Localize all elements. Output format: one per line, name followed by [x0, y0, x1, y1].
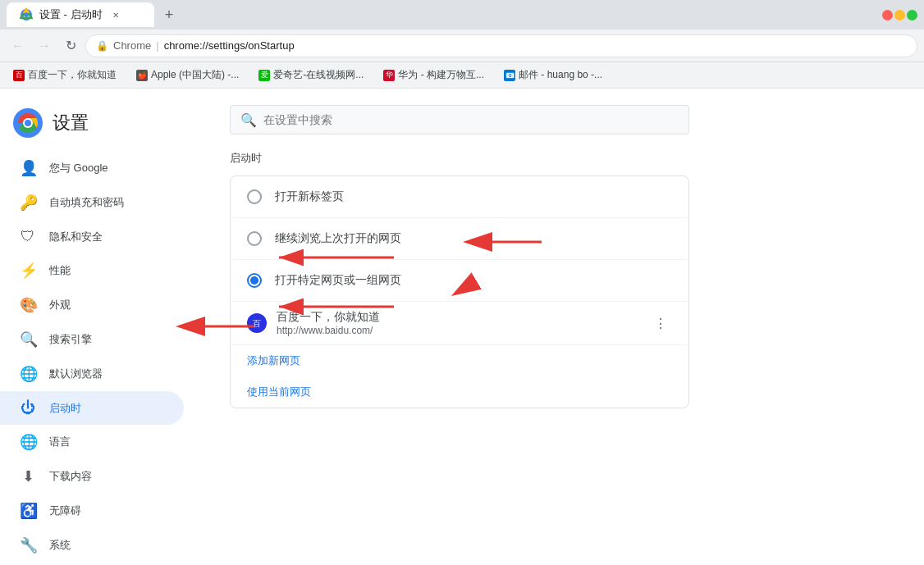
bookmark-huawei[interactable]: 华 华为 - 构建万物互... — [377, 66, 491, 84]
svg-text:百: 百 — [253, 319, 261, 328]
startup-icon: ⏻ — [20, 399, 36, 417]
google-icon: 👤 — [20, 159, 36, 177]
option-label-continue: 继续浏览上次打开的网页 — [275, 231, 672, 246]
privacy-icon: 🛡 — [20, 228, 36, 245]
more-options-button[interactable]: ⋮ — [649, 312, 672, 335]
nav-bar: ← → ↻ 🔒 Chrome | chrome://settings/onSta… — [0, 30, 924, 62]
search-bar-container: 🔍 — [230, 105, 891, 134]
window-maximize-button[interactable] — [907, 10, 917, 21]
default-browser-icon: 🌐 — [20, 365, 36, 383]
appearance-icon: 🎨 — [20, 296, 36, 314]
search-input[interactable] — [263, 113, 679, 126]
language-icon: 🌐 — [20, 433, 36, 451]
sidebar-label-performance: 性能 — [49, 263, 71, 278]
tab-close-button[interactable]: ✕ — [109, 8, 122, 21]
baidu-page-url: http://www.baidu.com/ — [277, 325, 639, 336]
downloads-icon: ⬇ — [20, 467, 36, 485]
radio-new-tab[interactable] — [247, 189, 262, 204]
bookmark-iqiyi[interactable]: 爱 爱奇艺-在线视频网... — [252, 66, 370, 84]
refresh-button[interactable]: ↻ — [59, 34, 82, 57]
window-minimize-button[interactable] — [894, 10, 905, 21]
section-title: 启动时 — [230, 151, 891, 166]
chrome-logo-icon — [13, 108, 43, 138]
window-controls — [882, 10, 917, 21]
sidebar-label-startup: 启动时 — [49, 401, 81, 416]
bookmark-label-apple: Apple (中国大陆) -... — [151, 68, 239, 82]
sidebar-item-default-browser[interactable]: 🌐 默认浏览器 — [0, 357, 184, 391]
sidebar-label-privacy: 隐私和安全 — [49, 230, 103, 244]
settings-card: 打开新标签页 继续浏览上次打开的网页 打开特定网页或一组网页 — [230, 175, 689, 408]
bookmark-label-mail: 邮件 - huang bo -... — [519, 68, 602, 82]
browser-frame: 设置 - 启动时 ✕ + ← → ↻ 🔒 Chrome | chrome://s… — [0, 0, 924, 565]
autofill-icon: 🔑 — [20, 194, 36, 212]
search-bar[interactable]: 🔍 — [230, 105, 689, 134]
option-label-new-tab: 打开新标签页 — [275, 189, 672, 204]
radio-continue[interactable] — [247, 231, 262, 246]
radio-specific[interactable] — [247, 273, 262, 288]
sidebar-label-accessibility: 无障碍 — [49, 503, 81, 518]
add-page-link[interactable]: 添加新网页 — [231, 345, 688, 376]
sidebar-label-downloads: 下载内容 — [49, 469, 92, 484]
performance-icon: ⚡ — [20, 262, 36, 280]
main-content: 设置 👤 您与 Google 🔑 自动填充和密码 🛡 隐私和安全 ⚡ 性能 🎨 … — [0, 89, 924, 565]
sidebar-item-google[interactable]: 👤 您与 Google — [0, 151, 184, 185]
sidebar-item-downloads[interactable]: ⬇ 下载内容 — [0, 459, 184, 494]
sidebar-label-default-browser: 默认浏览器 — [49, 367, 103, 381]
bookmark-favicon-baidu: 百 — [13, 70, 25, 81]
sidebar-label-autofill: 自动填充和密码 — [49, 195, 124, 210]
active-tab[interactable]: 设置 - 启动时 ✕ — [7, 2, 154, 27]
settings-title: 设置 — [53, 111, 89, 135]
window-close-button[interactable] — [882, 10, 893, 21]
baidu-favicon-icon: 百 — [247, 313, 267, 333]
search-icon: 🔍 — [240, 112, 257, 128]
radio-inner-specific — [250, 276, 258, 285]
address-bar[interactable]: 🔒 Chrome | chrome://settings/onStartup — [85, 34, 917, 57]
bookmark-label-iqiyi: 爱奇艺-在线视频网... — [273, 68, 364, 82]
security-icon: 🔒 — [96, 40, 108, 52]
baidu-entry: 百 百度一下，你就知道 http://www.baidu.com/ ⋮ — [231, 302, 688, 345]
tab-title: 设置 - 启动时 — [39, 7, 103, 22]
baidu-info: 百度一下，你就知道 http://www.baidu.com/ — [277, 310, 639, 336]
accessibility-icon: ♿ — [20, 502, 36, 520]
sidebar-item-autofill[interactable]: 🔑 自动填充和密码 — [0, 185, 184, 220]
system-icon: 🔧 — [20, 536, 36, 554]
content-wrapper: 打开新标签页 继续浏览上次打开的网页 打开特定网页或一组网页 — [230, 175, 891, 408]
sidebar-item-language[interactable]: 🌐 语言 — [0, 425, 184, 459]
back-button[interactable]: ← — [7, 34, 30, 57]
sidebar-header: 设置 — [0, 102, 197, 151]
sidebar-item-performance[interactable]: ⚡ 性能 — [0, 253, 184, 288]
option-specific[interactable]: 打开特定网页或一组网页 — [231, 260, 688, 302]
sidebar-label-language: 语言 — [49, 435, 71, 449]
bookmark-label-baidu: 百度一下，你就知道 — [28, 68, 117, 82]
bookmark-label-huawei: 华为 - 构建万物互... — [398, 68, 484, 82]
sidebar-item-startup[interactable]: ⏻ 启动时 — [0, 391, 184, 425]
option-new-tab[interactable]: 打开新标签页 — [231, 176, 688, 218]
forward-button[interactable]: → — [33, 34, 56, 57]
bookmark-baidu[interactable]: 百 百度一下，你就知道 — [7, 66, 123, 84]
sidebar-label-google: 您与 Google — [49, 161, 108, 175]
option-label-specific: 打开特定网页或一组网页 — [275, 273, 672, 288]
sidebar-item-accessibility[interactable]: ♿ 无障碍 — [0, 494, 184, 528]
bookmark-favicon-huawei: 华 — [383, 70, 395, 81]
title-bar: 设置 - 启动时 ✕ + — [0, 0, 924, 30]
svg-point-5 — [25, 120, 31, 126]
sidebar: 设置 👤 您与 Google 🔑 自动填充和密码 🛡 隐私和安全 ⚡ 性能 🎨 … — [0, 89, 197, 565]
new-tab-button[interactable]: + — [158, 3, 181, 26]
bookmark-mail[interactable]: 📧 邮件 - huang bo -... — [497, 66, 609, 84]
baidu-page-name: 百度一下，你就知道 — [277, 310, 639, 325]
sidebar-label-appearance: 外观 — [49, 298, 71, 312]
bookmarks-bar: 百 百度一下，你就知道 🍎 Apple (中国大陆) -... 爱 爱奇艺-在线… — [0, 62, 924, 89]
sidebar-label-search: 搜索引擎 — [49, 332, 92, 347]
address-url: chrome://settings/onStartup — [164, 39, 295, 52]
option-continue[interactable]: 继续浏览上次打开的网页 — [231, 218, 688, 260]
chrome-label: Chrome — [113, 39, 151, 52]
sidebar-item-privacy[interactable]: 🛡 隐私和安全 — [0, 220, 184, 253]
sidebar-label-system: 系统 — [49, 538, 71, 553]
sidebar-item-search[interactable]: 🔍 搜索引擎 — [0, 322, 184, 357]
search-engine-icon: 🔍 — [20, 330, 36, 349]
tab-favicon-icon — [20, 8, 33, 21]
sidebar-item-system[interactable]: 🔧 系统 — [0, 528, 184, 563]
use-current-page-link[interactable]: 使用当前网页 — [231, 376, 688, 408]
bookmark-apple[interactable]: 🍎 Apple (中国大陆) -... — [130, 66, 245, 84]
sidebar-item-appearance[interactable]: 🎨 外观 — [0, 288, 184, 322]
